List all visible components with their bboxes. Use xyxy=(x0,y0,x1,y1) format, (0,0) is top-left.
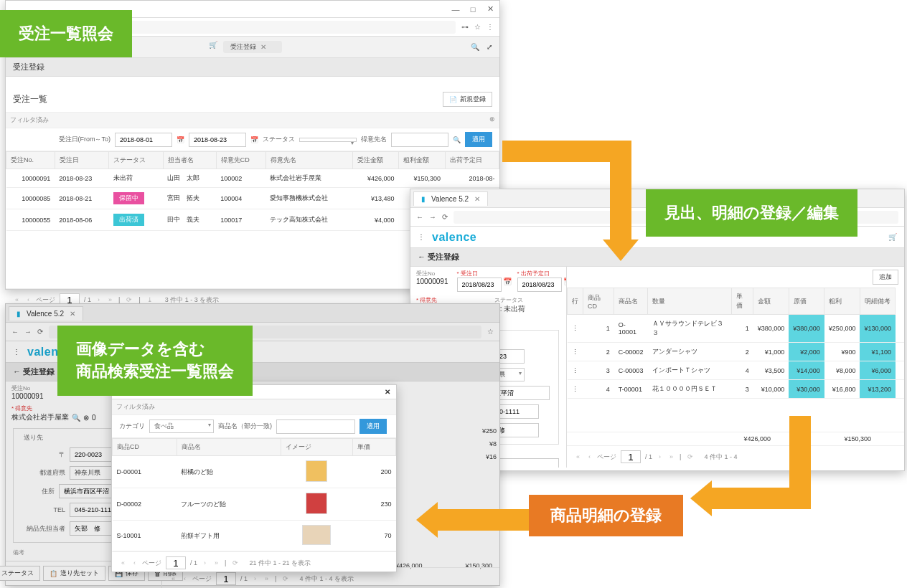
pager-first-icon[interactable]: « xyxy=(119,559,127,566)
cart-icon[interactable]: 🛒 xyxy=(209,41,217,53)
pager-first-icon[interactable]: « xyxy=(574,453,582,460)
pager-first-icon[interactable]: « xyxy=(13,296,21,303)
col-header[interactable]: 担当者名 xyxy=(163,152,216,169)
table-row[interactable]: S-10001煎餅ギフト用70 xyxy=(113,521,396,551)
calendar-icon[interactable]: 📅 xyxy=(250,136,258,143)
col-header[interactable]: 商品名 xyxy=(614,288,648,315)
sendto-set-button[interactable]: 📋 送り先セット xyxy=(43,566,105,581)
order-date-input[interactable] xyxy=(457,278,502,292)
drag-icon[interactable]: ⋮ xyxy=(418,233,425,241)
table-row[interactable]: D-00001柑橘のど飴200 xyxy=(113,456,396,488)
clear-filter-icon[interactable]: ⊗ xyxy=(489,115,495,125)
drag-icon[interactable]: ⋮ xyxy=(13,348,20,356)
add-row-button[interactable]: 追加 xyxy=(873,270,898,285)
col-header[interactable]: 商品CD xyxy=(113,439,177,456)
new-button[interactable]: 📄 新規登録 xyxy=(443,92,492,107)
star-icon[interactable]: ☆ xyxy=(474,23,481,31)
table-row[interactable]: ⋮2C-00002アンダーシャツ2¥1,000¥2,000¥900¥1,100 xyxy=(568,343,905,361)
pager-last-icon[interactable]: » xyxy=(667,453,675,460)
table-row[interactable]: ⋮1O-10001ＡＶサラウンドテレビ３３1¥380,000¥380,000¥2… xyxy=(568,315,905,343)
calendar-icon[interactable]: 📅 xyxy=(503,278,512,292)
pager-last-icon[interactable]: » xyxy=(106,296,114,303)
pager-last-icon[interactable]: » xyxy=(212,559,220,566)
pager-prev-icon[interactable]: ‹ xyxy=(586,453,593,460)
pager-first-icon[interactable]: « xyxy=(169,575,177,582)
close-icon[interactable]: ✕ xyxy=(485,4,495,14)
back-icon[interactable]: ← xyxy=(11,328,19,336)
pager-prev-icon[interactable]: ‹ xyxy=(131,559,138,566)
col-header[interactable]: 商品CD xyxy=(583,288,614,315)
col-header[interactable]: 単価 xyxy=(353,439,396,456)
col-header[interactable]: 得意先CD xyxy=(216,152,265,169)
pager-page-input[interactable] xyxy=(166,556,186,569)
table-row[interactable]: ⋮3C-00003インポートＴシャツ4¥3,500¥14,000¥8,000¥6… xyxy=(568,361,905,380)
table-row[interactable]: ⋮4T-00001花１００００円ＳＥＴ3¥10,000¥30,000¥16,80… xyxy=(568,380,905,399)
search-icon[interactable]: 🔍 xyxy=(453,136,461,143)
tab-close-icon[interactable]: ✕ xyxy=(70,310,75,318)
pager-next-icon[interactable]: › xyxy=(202,559,208,566)
back-icon[interactable]: ← xyxy=(416,213,423,221)
search-icon[interactable]: 🔍 xyxy=(72,414,80,422)
maximize-icon[interactable]: □ xyxy=(468,4,478,14)
pager-download-icon[interactable]: ⤓ xyxy=(145,296,155,303)
ship-date-input[interactable] xyxy=(517,278,562,292)
reload-icon[interactable]: ⟳ xyxy=(442,213,448,221)
status-select[interactable] xyxy=(299,138,357,142)
minimize-icon[interactable]: — xyxy=(451,4,461,14)
menu-icon[interactable]: ⋮ xyxy=(487,23,494,31)
browser-tab[interactable]: ▮Valence 5.2✕ xyxy=(9,306,83,321)
reload-icon[interactable]: ⟳ xyxy=(37,328,43,336)
pager-next-icon[interactable]: › xyxy=(95,296,102,303)
browser-tab[interactable]: ▮Valence 5.2✕ xyxy=(413,191,488,206)
col-header[interactable]: イメージ xyxy=(281,439,352,456)
pager-refresh-icon[interactable]: ⟳ xyxy=(230,559,240,566)
pager-refresh-icon[interactable]: ⟳ xyxy=(281,575,291,582)
close-icon[interactable]: ✕ xyxy=(385,388,390,396)
status-button[interactable]: ⓘ ステータス xyxy=(0,566,40,581)
col-header[interactable]: 受注No. xyxy=(6,152,55,169)
col-header[interactable]: 明細備考 xyxy=(860,288,896,315)
forward-icon[interactable]: → xyxy=(429,213,436,221)
col-header[interactable]: 商品名 xyxy=(177,439,281,456)
clear-icon[interactable]: ⊗ xyxy=(83,414,89,422)
forward-icon[interactable]: → xyxy=(24,328,32,336)
cart-icon[interactable]: 🛒 xyxy=(888,233,897,241)
prodname-input[interactable] xyxy=(276,419,355,434)
pager-last-icon[interactable]: » xyxy=(263,575,271,582)
col-header[interactable]: 数量 xyxy=(648,288,732,315)
calendar-icon[interactable]: 📅 xyxy=(177,136,184,143)
col-header[interactable]: 行 xyxy=(568,288,583,315)
expand-icon[interactable]: ⤢ xyxy=(487,43,492,51)
pager-prev-icon[interactable]: ‹ xyxy=(182,575,188,582)
col-header[interactable]: 受注日 xyxy=(55,152,109,169)
date-to-input[interactable] xyxy=(189,133,246,147)
pager-page-input[interactable] xyxy=(621,450,641,463)
col-header[interactable]: 単価 xyxy=(731,288,753,315)
col-header[interactable]: 粗利 xyxy=(824,288,860,315)
tab-pill[interactable]: 受注登録✕ xyxy=(223,41,282,53)
col-header[interactable]: ステータス xyxy=(109,152,163,169)
col-header[interactable]: 得意先名 xyxy=(265,152,352,169)
star-icon[interactable]: ☆ xyxy=(487,328,494,336)
apply-button[interactable]: 適用 xyxy=(465,132,492,147)
col-header[interactable]: 出荷予定日 xyxy=(445,152,499,169)
customer-input[interactable] xyxy=(391,133,448,147)
pager-refresh-icon[interactable]: ⟳ xyxy=(124,296,134,303)
date-from-input[interactable] xyxy=(115,133,172,147)
pager-prev-icon[interactable]: ‹ xyxy=(25,296,32,303)
pager-next-icon[interactable]: › xyxy=(657,453,663,460)
table-row[interactable]: 100000912018-08-23未出荷山田 太郎100002株式会社岩手屋業… xyxy=(6,169,499,188)
pager-page-input[interactable] xyxy=(216,572,236,585)
col-header[interactable]: 受注金額 xyxy=(352,152,398,169)
tab-close-icon[interactable]: ✕ xyxy=(260,43,266,51)
apply-button[interactable]: 適用 xyxy=(359,419,387,434)
search-icon[interactable]: 🔍 xyxy=(471,43,479,51)
pager-next-icon[interactable]: › xyxy=(252,575,258,582)
col-header[interactable]: 粗利金額 xyxy=(399,152,445,169)
table-row[interactable]: D-00002フルーツのど飴230 xyxy=(113,488,396,521)
category-select[interactable]: 食べ品 xyxy=(149,419,214,433)
col-header[interactable]: 原価 xyxy=(789,288,824,315)
tab-close-icon[interactable]: ✕ xyxy=(474,195,480,203)
col-header[interactable]: 金額 xyxy=(753,288,789,315)
pager-refresh-icon[interactable]: ⟳ xyxy=(685,453,695,460)
